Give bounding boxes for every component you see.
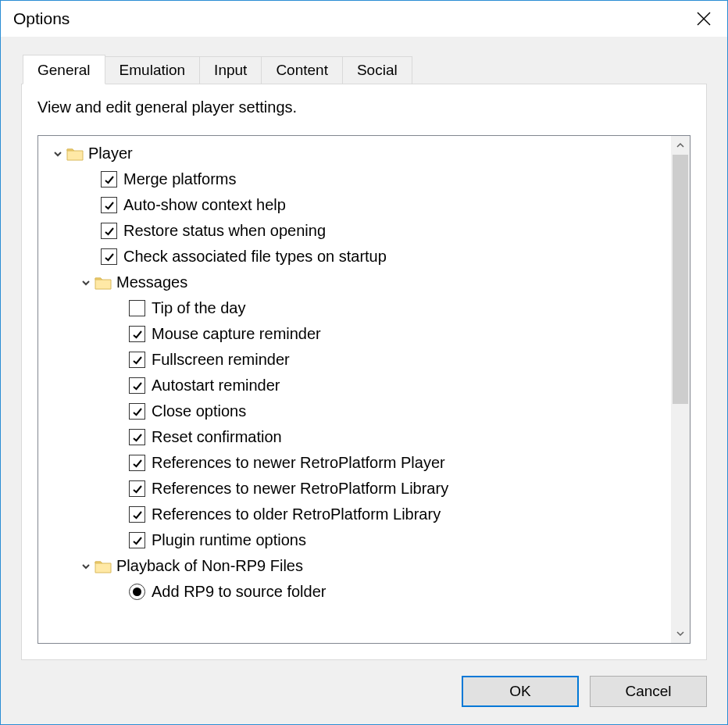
item-label: Merge platforms — [123, 170, 237, 188]
radio[interactable] — [129, 584, 145, 600]
folder-icon — [95, 275, 112, 291]
scroll-thumb[interactable] — [673, 155, 688, 404]
tab-content[interactable]: Content — [261, 56, 343, 84]
tree-item[interactable]: References to older RetroPlatform Librar… — [38, 502, 671, 527]
tab-panel-general: View and edit general player settings. P… — [21, 84, 707, 660]
group-label: Player — [88, 145, 133, 162]
scroll-up-button[interactable] — [671, 136, 690, 155]
close-icon — [697, 12, 711, 26]
item-label: Restore status when opening — [123, 222, 326, 240]
checkbox[interactable] — [101, 171, 117, 188]
folder-icon — [95, 559, 112, 574]
tab-emulation[interactable]: Emulation — [105, 56, 201, 84]
checkbox[interactable] — [129, 326, 145, 342]
close-button[interactable] — [680, 1, 727, 37]
tree-item[interactable]: Plugin runtime options — [38, 527, 671, 553]
checkbox[interactable] — [101, 248, 117, 265]
tab-input[interactable]: Input — [199, 56, 262, 84]
tree-item[interactable]: Mouse capture reminder — [38, 321, 671, 347]
settings-tree-container: PlayerMerge platformsAuto-show context h… — [37, 135, 691, 644]
tab-social[interactable]: Social — [342, 56, 412, 84]
item-label: References to newer RetroPlatform Librar… — [152, 480, 448, 498]
item-label: Auto-show context help — [123, 196, 286, 214]
tab-label: General — [37, 62, 91, 78]
scroll-down-button[interactable] — [671, 624, 690, 643]
checkbox[interactable] — [101, 223, 117, 239]
window-title: Options — [13, 9, 680, 28]
tree-item[interactable]: Tip of the day — [38, 295, 671, 321]
tab-label: Content — [276, 62, 328, 78]
folder-icon — [66, 146, 84, 162]
checkbox[interactable] — [129, 480, 145, 497]
ok-button[interactable]: OK — [462, 676, 579, 707]
tab-label: Emulation — [120, 62, 186, 78]
item-label: Autostart reminder — [152, 377, 280, 395]
tree-group[interactable]: Messages — [38, 270, 671, 295]
panel-description: View and edit general player settings. — [37, 98, 691, 116]
dialog-buttons: OK Cancel — [21, 660, 707, 707]
tab-general[interactable]: General — [23, 55, 105, 84]
cancel-button[interactable]: Cancel — [590, 676, 707, 707]
tree-item[interactable]: Merge platforms — [38, 166, 671, 192]
tabs-row: GeneralEmulationInputContentSocial — [21, 52, 707, 84]
tree-item[interactable]: Check associated file types on startup — [38, 244, 671, 270]
checkbox[interactable] — [129, 532, 145, 548]
tab-label: Social — [357, 62, 398, 78]
expander-toggle[interactable] — [49, 149, 66, 159]
checkbox[interactable] — [129, 352, 145, 368]
tree-item[interactable]: Autostart reminder — [38, 373, 671, 398]
checkbox[interactable] — [129, 506, 145, 523]
titlebar: Options — [1, 1, 727, 37]
item-label: References to older RetroPlatform Librar… — [152, 505, 441, 523]
expander-toggle[interactable] — [77, 562, 95, 571]
chevron-up-icon — [676, 141, 684, 149]
checkbox[interactable] — [129, 455, 145, 471]
item-label: Check associated file types on startup — [123, 248, 387, 266]
tree-item[interactable]: Add RP9 to source folder — [38, 579, 671, 605]
item-label: Tip of the day — [152, 299, 245, 317]
item-label: Add RP9 to source folder — [152, 583, 326, 601]
checkbox[interactable] — [129, 377, 145, 394]
item-label: Close options — [152, 402, 246, 420]
tree-item[interactable]: Reset confirmation — [38, 424, 671, 450]
item-label: References to newer RetroPlatform Player — [152, 454, 445, 472]
item-label: Plugin runtime options — [152, 531, 306, 549]
cancel-button-label: Cancel — [625, 683, 671, 700]
settings-tree[interactable]: PlayerMerge platformsAuto-show context h… — [38, 136, 671, 643]
checkbox[interactable] — [101, 197, 117, 213]
tab-label: Input — [214, 62, 247, 78]
tree-item[interactable]: References to newer RetroPlatform Librar… — [38, 476, 671, 502]
tree-item[interactable]: References to newer RetroPlatform Player — [38, 450, 671, 476]
item-label: Reset confirmation — [152, 428, 282, 446]
options-dialog: Options GeneralEmulationInputContentSoci… — [0, 0, 728, 725]
tree-item[interactable]: Auto-show context help — [38, 192, 671, 218]
tree-item[interactable]: Close options — [38, 398, 671, 424]
tree-group[interactable]: Player — [38, 141, 671, 166]
item-label: Mouse capture reminder — [152, 325, 321, 343]
chevron-down-icon — [676, 630, 684, 638]
tree-item[interactable]: Restore status when opening — [38, 218, 671, 244]
tree-group[interactable]: Playback of Non-RP9 Files — [38, 553, 671, 579]
dialog-body: GeneralEmulationInputContentSocial View … — [1, 37, 727, 724]
checkbox[interactable] — [129, 429, 145, 445]
scroll-track[interactable] — [671, 155, 690, 624]
checkbox[interactable] — [129, 403, 145, 420]
ok-button-label: OK — [509, 683, 530, 700]
item-label: Fullscreen reminder — [152, 351, 290, 369]
vertical-scrollbar[interactable] — [671, 136, 690, 643]
checkbox[interactable] — [129, 300, 145, 316]
group-label: Playback of Non-RP9 Files — [116, 557, 303, 575]
tree-item[interactable]: Fullscreen reminder — [38, 347, 671, 373]
group-label: Messages — [116, 273, 187, 291]
expander-toggle[interactable] — [77, 278, 95, 288]
